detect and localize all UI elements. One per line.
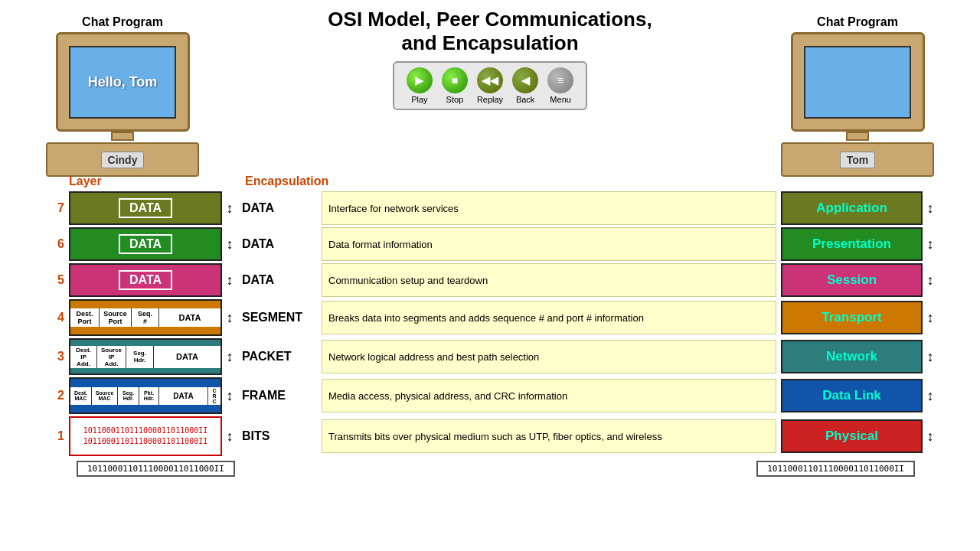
play-button[interactable]: ▶ Play <box>407 67 433 104</box>
encap-label-4: SEGMENT <box>242 311 318 324</box>
layer-row-3: 3 Dest.IPAdd. SourceIPAdd. Seg.Hdr. DATA… <box>42 338 938 375</box>
description-7: Interface for network services <box>322 191 776 225</box>
stop-icon: ■ <box>442 67 468 93</box>
encap-label-7: DATA <box>242 201 318 215</box>
layer-block-1: 1011000110111000011011000II 101100011011… <box>69 416 222 456</box>
replay-button[interactable]: ◀◀ Replay <box>477 67 503 104</box>
right-block-2: Data Link <box>781 379 923 412</box>
osi-diagram: Layer Encapsulation 7DATA↕DATAInterface … <box>42 174 938 547</box>
left-screen: Hello, Tom <box>69 46 176 119</box>
layer-block-7: DATA <box>69 191 222 225</box>
layer-num-4: 4 <box>42 311 69 324</box>
right-arrow-1: ↕ <box>923 429 938 445</box>
layer-row-4: 4 Dest.Port SourcePort Seq.# DATA ↕SEGME… <box>42 299 938 336</box>
encap-label-5: DATA <box>242 273 318 287</box>
layer-row-1: 1 1011000110111000011011000II 1011000110… <box>42 416 938 456</box>
right-keyboard: Tom <box>781 142 934 177</box>
right-arrow-4: ↕ <box>923 310 938 326</box>
layer-header: Layer <box>69 174 222 188</box>
left-keyboard: Cindy <box>46 142 199 177</box>
arrow-7: ↕ <box>222 201 237 217</box>
menu-label: Menu <box>550 95 571 104</box>
back-button[interactable]: ◀ Back <box>512 67 538 104</box>
right-block-1: Physical <box>781 419 923 453</box>
layers-container: 7DATA↕DATAInterface for network services… <box>42 191 938 456</box>
stop-button[interactable]: ■ Stop <box>442 67 468 104</box>
right-monitor-stand <box>846 132 869 141</box>
controls-box: ▶ Play ■ Stop ◀◀ Replay ◀ Back ≡ Menu <box>393 61 587 110</box>
arrow-5: ↕ <box>222 272 237 289</box>
right-user-label: Tom <box>840 152 876 168</box>
right-computer-label: Chat Program <box>817 15 898 29</box>
arrow-3: ↕ <box>222 349 237 365</box>
arrow-4: ↕ <box>222 310 237 326</box>
layer-row-2: 2 Dest.MAC SourceMAC Seg.Hdr. Pkt.Hdr. D… <box>42 377 938 414</box>
left-screen-text: Hello, Tom <box>88 74 158 90</box>
right-arrow-5: ↕ <box>923 272 938 289</box>
layer-row-6: 6DATA↕DATAData format informationPresent… <box>42 227 938 261</box>
layer-block-2: Dest.MAC SourceMAC Seg.Hdr. Pkt.Hdr. DAT… <box>69 377 222 414</box>
encap-label-6: DATA <box>242 237 318 251</box>
right-monitor <box>791 32 925 132</box>
play-label: Play <box>411 95 427 104</box>
description-2: Media access, physical address, and CRC … <box>322 379 776 412</box>
right-arrow-6: ↕ <box>923 236 938 253</box>
right-arrow-3: ↕ <box>923 349 938 365</box>
right-block-3: Network <box>781 340 923 373</box>
menu-icon: ≡ <box>547 67 573 93</box>
replay-label: Replay <box>477 95 503 104</box>
left-monitor: Hello, Tom <box>56 32 190 132</box>
bottom-bits-right: 1011000110111000011011000II <box>756 461 915 477</box>
description-5: Communication setup and teardown <box>322 263 776 297</box>
description-6: Data format information <box>322 227 776 261</box>
layer-block-3: Dest.IPAdd. SourceIPAdd. Seg.Hdr. DATA <box>69 338 222 375</box>
layer-num-3: 3 <box>42 350 69 364</box>
right-block-5: Session <box>781 263 923 297</box>
play-icon: ▶ <box>407 67 433 93</box>
description-1: Transmits bits over physical medium such… <box>322 419 776 453</box>
left-computer-label: Chat Program <box>82 15 163 29</box>
stop-label: Stop <box>446 95 464 104</box>
layer-num-7: 7 <box>42 201 69 215</box>
right-arrow-7: ↕ <box>923 201 938 217</box>
right-block-4: Transport <box>781 301 923 334</box>
left-computer: Chat Program Hello, Tom Cindy <box>46 15 199 177</box>
encap-label-3: PACKET <box>242 350 318 364</box>
encap-label-1: BITS <box>242 429 318 443</box>
bottom-bits-left: 1011000110111000011011000II <box>77 461 235 477</box>
layer-row-7: 7DATA↕DATAInterface for network services… <box>42 191 938 225</box>
description-4: Breaks data into segments and adds seque… <box>322 301 776 334</box>
right-block-7: Application <box>781 191 923 225</box>
layer-num-6: 6 <box>42 237 69 251</box>
encap-label-2: FRAME <box>242 389 318 403</box>
right-arrow-2: ↕ <box>923 388 938 404</box>
replay-icon: ◀◀ <box>477 67 503 93</box>
left-monitor-stand <box>111 132 134 141</box>
back-label: Back <box>516 95 534 104</box>
layer-num-1: 1 <box>42 429 69 443</box>
layer-num-2: 2 <box>42 389 69 403</box>
arrow-2: ↕ <box>222 388 237 404</box>
arrow-1: ↕ <box>222 429 237 445</box>
layer-block-6: DATA <box>69 227 222 261</box>
encap-header: Encapsulation <box>245 174 329 188</box>
layer-num-5: 5 <box>42 273 69 287</box>
menu-button[interactable]: ≡ Menu <box>547 67 573 104</box>
left-user-label: Cindy <box>101 152 145 168</box>
right-screen <box>804 46 911 119</box>
back-icon: ◀ <box>512 67 538 93</box>
layer-block-4: Dest.Port SourcePort Seq.# DATA <box>69 299 222 336</box>
arrow-6: ↕ <box>222 236 237 253</box>
right-computer: Chat Program Tom <box>781 15 934 177</box>
description-3: Network logical address and best path se… <box>322 340 776 373</box>
layer-row-5: 5DATA↕DATACommunication setup and teardo… <box>42 263 938 297</box>
layer-block-5: DATA <box>69 263 222 297</box>
right-block-6: Presentation <box>781 227 923 261</box>
